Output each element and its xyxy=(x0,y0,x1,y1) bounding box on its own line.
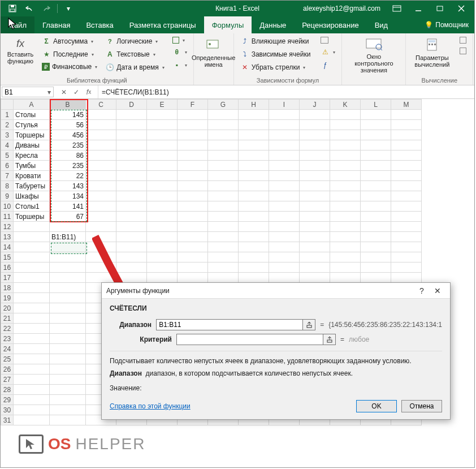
cell[interactable] xyxy=(330,140,361,150)
cell[interactable] xyxy=(269,201,300,212)
cell[interactable] xyxy=(361,263,391,273)
cell[interactable] xyxy=(50,415,86,425)
text-button[interactable]: AТекстовые xyxy=(102,48,167,61)
cell[interactable] xyxy=(86,130,116,140)
cell[interactable] xyxy=(50,242,86,252)
row-header[interactable]: 29 xyxy=(1,395,14,405)
cell[interactable] xyxy=(330,171,361,181)
cell[interactable] xyxy=(269,242,300,252)
cell[interactable] xyxy=(239,252,269,263)
cell[interactable] xyxy=(300,171,330,181)
cell[interactable] xyxy=(391,242,422,252)
name-box-dropdown[interactable]: ▾ xyxy=(47,88,51,96)
cell[interactable] xyxy=(178,171,208,181)
cell[interactable] xyxy=(14,385,50,395)
collapse-dialog-button[interactable] xyxy=(303,319,315,330)
cell[interactable] xyxy=(14,375,50,385)
cell[interactable] xyxy=(86,252,116,263)
cell[interactable] xyxy=(147,263,178,273)
cell[interactable] xyxy=(147,212,178,222)
cell[interactable] xyxy=(14,303,50,313)
cell[interactable] xyxy=(361,110,391,120)
row-header[interactable]: 8 xyxy=(1,181,14,191)
cell[interactable] xyxy=(391,140,422,150)
cell[interactable] xyxy=(86,191,116,201)
math-button[interactable]: θ xyxy=(170,46,190,58)
cell[interactable] xyxy=(147,191,178,201)
cell[interactable] xyxy=(361,212,391,222)
cell[interactable] xyxy=(361,171,391,181)
cell[interactable] xyxy=(208,150,239,161)
tab-data[interactable]: Данные xyxy=(252,16,294,33)
row-header[interactable]: 31 xyxy=(1,415,14,425)
row-header[interactable]: 25 xyxy=(1,354,14,364)
row-header[interactable]: 14 xyxy=(1,242,14,252)
cell[interactable] xyxy=(147,273,178,283)
show-formulas-button[interactable] xyxy=(318,35,338,45)
cell[interactable] xyxy=(391,273,422,283)
tab-review[interactable]: Рецензирование xyxy=(294,16,366,33)
cell[interactable] xyxy=(391,263,422,273)
cell[interactable] xyxy=(361,252,391,263)
cell[interactable] xyxy=(50,395,86,405)
col-header[interactable]: J xyxy=(300,100,330,110)
cell[interactable] xyxy=(208,273,239,283)
cell[interactable]: Торшеры xyxy=(14,212,50,222)
cell[interactable] xyxy=(208,191,239,201)
cell[interactable] xyxy=(116,140,147,150)
function-help-link[interactable]: Справка по этой функции xyxy=(110,402,191,410)
cell[interactable] xyxy=(300,120,330,130)
tab-page-layout[interactable]: Разметка страницы xyxy=(122,16,204,33)
cell[interactable] xyxy=(116,242,147,252)
cell[interactable] xyxy=(14,395,50,405)
cell[interactable] xyxy=(14,334,50,344)
arg-input-range[interactable] xyxy=(156,319,303,330)
dialog-titlebar[interactable]: Аргументы функции ? ✕ xyxy=(102,283,450,299)
cell[interactable]: Диваны xyxy=(14,140,50,150)
cell[interactable] xyxy=(50,364,86,375)
cell[interactable] xyxy=(14,324,50,334)
defined-names-button[interactable]: Определенные имена xyxy=(197,35,230,71)
cell[interactable] xyxy=(147,130,178,140)
cell[interactable] xyxy=(116,110,147,120)
cell[interactable] xyxy=(361,273,391,283)
cell[interactable] xyxy=(86,161,116,171)
dialog-help-button[interactable]: ? xyxy=(414,286,430,295)
trace-precedents-button[interactable]: ⤴Влияющие ячейки xyxy=(237,35,314,48)
cancel-button[interactable]: Отмена xyxy=(401,400,442,412)
ok-button[interactable]: OK xyxy=(356,400,397,412)
col-header[interactable]: K xyxy=(330,100,361,110)
cell[interactable] xyxy=(208,263,239,273)
cell[interactable] xyxy=(147,110,178,120)
cell[interactable] xyxy=(86,110,116,120)
calc-options-button[interactable]: Параметры вычислений xyxy=(409,35,455,71)
cell[interactable] xyxy=(269,130,300,140)
maximize-button[interactable] xyxy=(429,1,451,16)
cell[interactable] xyxy=(86,140,116,150)
cell[interactable] xyxy=(14,252,50,263)
collapse-dialog-button-2[interactable] xyxy=(323,334,336,345)
cell[interactable] xyxy=(239,222,269,232)
cell[interactable] xyxy=(50,273,86,283)
cell[interactable] xyxy=(330,120,361,130)
cell[interactable] xyxy=(86,120,116,130)
cell[interactable] xyxy=(178,191,208,201)
row-header[interactable]: 20 xyxy=(1,303,14,313)
cell[interactable]: Кровати xyxy=(14,171,50,181)
row-header[interactable]: 21 xyxy=(1,313,14,324)
fx-button[interactable]: fx xyxy=(83,87,94,98)
cell[interactable] xyxy=(50,375,86,385)
cell[interactable] xyxy=(361,222,391,232)
minimize-button[interactable] xyxy=(408,1,429,16)
cell[interactable] xyxy=(14,232,50,242)
cell[interactable] xyxy=(361,191,391,201)
cell[interactable]: 56 xyxy=(50,120,86,130)
row-header[interactable]: 2 xyxy=(1,120,14,130)
cell[interactable] xyxy=(391,232,422,242)
cell[interactable] xyxy=(178,222,208,232)
recent-button[interactable]: ★Последние xyxy=(39,48,100,61)
col-header[interactable]: B xyxy=(50,100,86,110)
row-header[interactable]: 13 xyxy=(1,232,14,242)
name-box[interactable]: ▾ xyxy=(2,87,54,97)
cell[interactable] xyxy=(330,201,361,212)
